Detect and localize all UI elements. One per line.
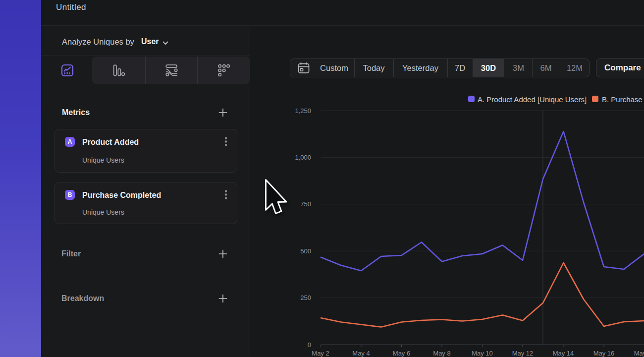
svg-text:May 2: May 2 [312,350,329,357]
svg-text:May 6: May 6 [393,350,410,357]
svg-text:May 16: May 16 [593,350,615,357]
svg-text:500: 500 [300,247,311,255]
svg-text:1,000: 1,000 [295,154,311,161]
svg-text:May 18: May 18 [634,350,644,357]
svg-text:May 12: May 12 [512,350,534,357]
svg-text:0: 0 [308,341,311,349]
svg-text:250: 250 [300,294,311,301]
svg-text:May 8: May 8 [433,350,450,357]
svg-text:May 10: May 10 [472,350,493,357]
svg-text:1,250: 1,250 [295,107,311,115]
svg-text:May 14: May 14 [553,350,574,357]
svg-text:May 4: May 4 [352,350,370,357]
svg-text:750: 750 [300,200,311,208]
